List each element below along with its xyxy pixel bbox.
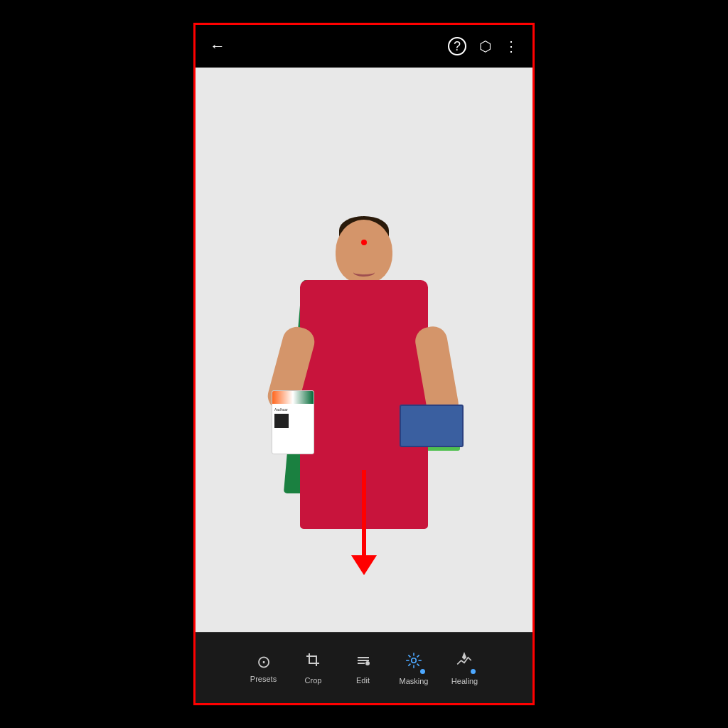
svg-point-3 <box>366 662 369 665</box>
head <box>336 220 392 284</box>
tool-masking[interactable]: Masking <box>388 646 440 691</box>
aadhaar-body: Aadhaar <box>272 404 314 430</box>
svg-line-12 <box>408 663 410 665</box>
crop-icon <box>305 652 322 672</box>
tool-presets[interactable]: ⊙ Presets <box>239 648 289 689</box>
help-icon: ? <box>454 39 461 54</box>
more-icon: ⋮ <box>504 38 518 54</box>
top-bar-right: ? ⬡ ⋮ <box>448 37 518 55</box>
top-bar: ← ? ⬡ ⋮ <box>196 25 532 68</box>
masking-icon-wrapper <box>405 651 423 673</box>
masking-active-dot <box>420 669 425 674</box>
presets-icon: ⊙ <box>257 653 271 670</box>
face-features <box>339 241 389 280</box>
photo-placeholder: Aadhaar <box>196 68 532 632</box>
phone-frame: ← ? ⬡ ⋮ <box>193 23 535 705</box>
presets-label: Presets <box>250 675 277 683</box>
back-button[interactable]: ← <box>210 37 225 55</box>
crop-label: Crop <box>305 676 322 685</box>
healing-icon <box>455 651 473 673</box>
more-button[interactable]: ⋮ <box>504 38 518 55</box>
tool-healing[interactable]: Healing <box>439 646 489 691</box>
healing-icon-wrapper <box>455 651 473 673</box>
healing-active-dot <box>471 669 476 674</box>
person-figure: Aadhaar <box>272 220 456 632</box>
svg-line-9 <box>408 655 410 657</box>
share-icon: ⬡ <box>479 38 491 54</box>
image-area: Aadhaar <box>196 68 532 632</box>
aadhaar-header <box>272 391 314 404</box>
smile <box>353 268 375 277</box>
masking-label: Masking <box>400 677 429 685</box>
bottom-toolbar: ⊙ Presets Crop Edit <box>196 632 532 703</box>
help-button[interactable]: ? <box>448 37 466 55</box>
svg-line-10 <box>417 663 419 665</box>
edit-label: Edit <box>356 676 370 685</box>
tool-edit[interactable]: Edit <box>338 646 388 690</box>
aadhaar-card: Aadhaar <box>272 390 314 454</box>
healing-label: Healing <box>451 677 478 685</box>
edit-icon <box>355 652 372 672</box>
share-button[interactable]: ⬡ <box>479 38 491 55</box>
masking-icon <box>405 651 423 673</box>
books <box>400 405 464 447</box>
svg-point-4 <box>412 658 417 663</box>
top-bar-left: ← <box>210 37 225 55</box>
tool-crop[interactable]: Crop <box>289 646 338 690</box>
svg-line-11 <box>417 655 419 657</box>
